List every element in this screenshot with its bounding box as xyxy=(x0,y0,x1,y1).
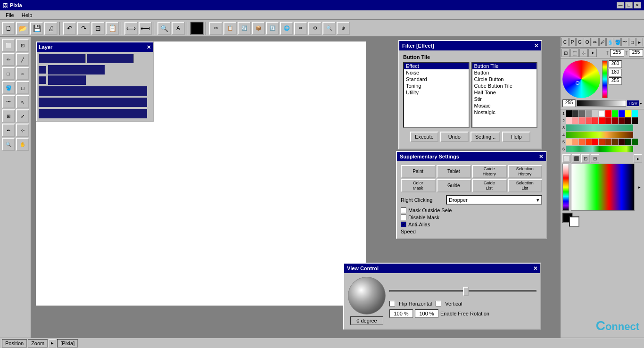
suppl-close-button[interactable]: ✕ xyxy=(539,154,543,160)
text-button[interactable]: A xyxy=(172,22,185,35)
suppl-tab-selection-history[interactable]: SelectionHistory xyxy=(508,165,543,178)
swatch[interactable] xyxy=(566,139,572,145)
checkbox-input-2[interactable] xyxy=(401,215,406,220)
expand-arrow[interactable]: ▸ xyxy=(640,101,642,106)
copy-button[interactable]: ⊡ xyxy=(91,22,105,35)
filter-right-list[interactable]: Button Tile Button Circle Button Cube Bu… xyxy=(471,62,538,128)
suppl-tab-tablet[interactable]: Tablet xyxy=(437,165,471,178)
tool7[interactable]: ✏ xyxy=(294,22,307,35)
undo-button[interactable]: Undo xyxy=(440,132,469,142)
flip-h-button[interactable]: ⟺ xyxy=(124,22,138,35)
rp-icon-brush[interactable]: 🖊 xyxy=(599,38,606,46)
bottom-gradient-bar[interactable] xyxy=(577,100,626,107)
suppl-tab-guide-history[interactable]: GuideHistory xyxy=(472,165,507,178)
slider-handle[interactable] xyxy=(463,287,469,296)
filter-left-list[interactable]: Effect Noise Standard Toning Utility xyxy=(403,62,470,128)
rp-icon-p[interactable]: P xyxy=(569,38,576,46)
flip-h-checkbox[interactable] xyxy=(389,301,395,307)
val-input2[interactable]: 255 xyxy=(629,49,643,57)
close-button[interactable]: ✕ xyxy=(634,2,641,8)
swatch[interactable] xyxy=(566,117,572,124)
save-button[interactable]: 💾 xyxy=(30,22,43,35)
tool4[interactable]: 📦 xyxy=(252,22,265,35)
swatch[interactable] xyxy=(579,117,585,124)
tool-path[interactable]: ✒ xyxy=(2,124,15,137)
layer-bar[interactable] xyxy=(48,75,86,85)
redo-button[interactable]: ↷ xyxy=(77,22,91,35)
filter-item-standard[interactable]: Standard xyxy=(404,76,469,83)
swatch[interactable] xyxy=(572,110,578,117)
help-button[interactable]: Help xyxy=(502,132,530,142)
suppl-tab-color-mask[interactable]: ColorMask xyxy=(401,179,436,192)
tool-warp[interactable]: ⤢ xyxy=(16,109,29,123)
color-wheel[interactable] xyxy=(562,60,600,98)
vert-gradient[interactable] xyxy=(562,164,569,211)
tool-eraser[interactable]: ◻ xyxy=(16,81,29,94)
filter-item-button[interactable]: Button xyxy=(472,69,537,76)
filter-item-mosaic[interactable]: Mosaic xyxy=(472,102,537,109)
rotation-slider[interactable] xyxy=(389,284,537,298)
filter-item-noise[interactable]: Noise xyxy=(404,69,469,76)
bot-icon-4[interactable]: ⊟ xyxy=(591,154,599,163)
swatch[interactable] xyxy=(572,139,578,145)
swatch[interactable] xyxy=(579,110,585,117)
bot-icon-2[interactable]: ⬛ xyxy=(572,154,580,163)
swatch[interactable] xyxy=(632,117,638,124)
maximize-button[interactable]: □ xyxy=(625,2,633,8)
suppl-dialog-title[interactable]: Supplementary Settings ✕ xyxy=(397,152,546,161)
print-button[interactable]: 🖨 xyxy=(44,22,58,35)
tool5[interactable]: 🔃 xyxy=(266,22,279,35)
tool6[interactable]: 🌐 xyxy=(280,22,293,35)
swatch[interactable] xyxy=(592,110,598,117)
swatch[interactable] xyxy=(625,110,631,117)
val-input1[interactable]: 255 xyxy=(610,49,624,57)
undo-button[interactable]: ↶ xyxy=(63,22,76,35)
layer-close-button[interactable]: ✕ xyxy=(147,44,151,50)
filter-close-button[interactable]: ✕ xyxy=(534,43,538,49)
minimize-button[interactable]: — xyxy=(617,2,624,8)
status-arrow[interactable]: ▸ xyxy=(49,339,56,348)
rp-icon-dropper[interactable]: 💧 xyxy=(606,38,613,46)
checkbox-input-3[interactable]: ✓ xyxy=(401,222,406,227)
swatch[interactable] xyxy=(579,139,585,145)
swatch[interactable] xyxy=(599,110,605,117)
val-value-input[interactable]: 255 xyxy=(609,77,622,85)
tool-spline[interactable]: ∿ xyxy=(16,95,29,108)
bot-icon-3[interactable]: ⊡ xyxy=(581,154,590,163)
layer-tab-1[interactable] xyxy=(39,54,86,63)
tool-transform[interactable]: ⊞ xyxy=(2,109,15,123)
swatch[interactable] xyxy=(599,139,605,145)
swatch[interactable] xyxy=(619,110,625,117)
rp-icon-t1[interactable]: ⊡ xyxy=(561,49,570,57)
swatch-thumb-4[interactable] xyxy=(566,132,633,138)
color-swatch[interactable] xyxy=(190,22,204,35)
swatch[interactable] xyxy=(632,110,638,117)
hsv-select[interactable]: HSV xyxy=(627,100,639,106)
horiz-gradient[interactable] xyxy=(571,164,635,211)
suppl-tab-paint[interactable]: Paint xyxy=(401,165,436,178)
hue-value-input[interactable]: 260 xyxy=(609,60,622,68)
setting-button[interactable]: Setting... xyxy=(471,132,500,142)
filter-item-nostalgic[interactable]: Nostalgic xyxy=(472,109,537,116)
swatch[interactable] xyxy=(599,117,605,124)
tool-node[interactable]: ⊹ xyxy=(16,124,29,137)
swatch[interactable] xyxy=(586,117,592,124)
rp-icon-smear[interactable]: 〜 xyxy=(621,38,628,46)
tool1[interactable]: ✂ xyxy=(209,22,223,35)
swatch[interactable] xyxy=(619,139,625,145)
layer-tab-2[interactable] xyxy=(87,54,134,63)
tool-pen[interactable]: ✏ xyxy=(2,53,15,66)
suppl-tab-guide-list[interactable]: GuideList xyxy=(472,179,507,192)
swatch[interactable] xyxy=(612,139,618,145)
swatch-thumb-3[interactable] xyxy=(566,124,633,131)
swatch-thumb-6[interactable] xyxy=(566,146,633,152)
tool-select[interactable]: ⬜ xyxy=(2,39,15,52)
checkbox-input-1[interactable] xyxy=(401,207,406,213)
flip-v-button[interactable]: ⟻ xyxy=(139,22,152,35)
filter-item-stir[interactable]: Stir xyxy=(472,96,537,102)
zoom-fit-button[interactable]: ⊕ xyxy=(337,22,350,35)
swatch[interactable] xyxy=(586,110,592,117)
rp-icon-c[interactable]: C xyxy=(561,38,569,46)
tool-oval[interactable]: ○ xyxy=(16,67,29,80)
filter-dialog-title[interactable]: Filter [Effect] ✕ xyxy=(399,41,541,50)
